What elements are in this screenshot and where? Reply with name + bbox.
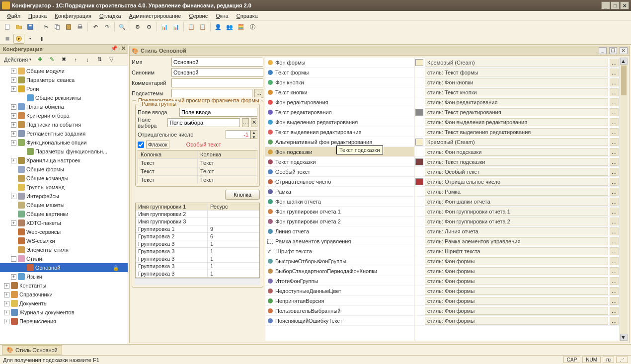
pause-icon[interactable]: ⏸ [36, 34, 47, 44]
style-value-row[interactable]: стиль: Фон подсказки… [414, 147, 620, 157]
pin-icon[interactable]: 📌 [111, 45, 118, 52]
style-element[interactable]: БыстрыеОтборыФонГруппы [265, 256, 414, 266]
menu-Файл[interactable]: Файл [3, 12, 24, 20]
open-file-icon[interactable] [13, 22, 24, 32]
tree-item[interactable]: Общие команды [0, 174, 128, 183]
menu-Сервис[interactable]: Сервис [185, 12, 212, 20]
style-value-row[interactable]: стиль: Фон формы… [414, 256, 620, 266]
style-element[interactable]: Фон формы [265, 58, 414, 68]
tree-item[interactable]: +XDTO-пакеты [0, 218, 128, 227]
style-element[interactable]: Текст подсказки [265, 157, 414, 167]
tree-item[interactable]: +Константы [0, 281, 128, 290]
synonym-input[interactable] [171, 68, 263, 77]
resize-grip[interactable]: ⋰ [616, 357, 628, 363]
style-element[interactable]: Фон группировки отчета 1 [265, 207, 414, 217]
play-icon[interactable] [13, 34, 24, 44]
new-file-icon[interactable] [2, 22, 13, 32]
save-icon[interactable] [25, 22, 36, 32]
tree-item[interactable]: +Документы [0, 299, 128, 308]
neg-spinner[interactable]: ▲▼ [226, 130, 257, 139]
style-value-row[interactable]: стиль: Фон редактирования… [414, 97, 620, 107]
style-elements-list[interactable]: Фон формыТекст формыФон кнопкиТекст кноп… [265, 58, 414, 341]
style-element[interactable]: TШрифт текста [265, 246, 414, 256]
select-dots[interactable]: … [242, 118, 248, 127]
copy-config-icon[interactable]: 📋 [186, 22, 197, 32]
style-value-row[interactable]: стиль: Фон формы… [414, 306, 620, 316]
style-element[interactable]: Фон группировки отчета 2 [265, 217, 414, 226]
menu-Конфигурация[interactable]: Конфигурация [51, 12, 95, 20]
copy-icon[interactable] [52, 22, 63, 32]
style-value-row[interactable]: стиль: Фон формы… [414, 316, 620, 326]
style-value-row[interactable]: стиль: Фон формы… [414, 286, 620, 296]
users-icon[interactable]: 👥 [224, 22, 235, 32]
calc-icon[interactable]: 🧮 [236, 22, 246, 32]
close-button[interactable]: ✕ [620, 1, 629, 9]
style-element[interactable]: Текст выделения редактирования [265, 127, 414, 137]
add-icon[interactable]: ✚ [34, 55, 45, 65]
menu-Правка[interactable]: Правка [24, 12, 51, 20]
style-element[interactable]: Фон выделения редактирования [265, 117, 414, 127]
stop-icon[interactable] [2, 34, 13, 44]
actions-menu[interactable]: Действия [2, 56, 33, 64]
menu-Администрирование[interactable]: Администрирование [125, 12, 185, 20]
tree-item[interactable]: +Регламентные задания [0, 129, 128, 138]
style-element[interactable]: ПоясняющийОшибкуТекст [265, 316, 414, 326]
style-element[interactable]: Линия отчета [265, 226, 414, 236]
style-value-row[interactable]: стиль: Линия отчета… [414, 226, 620, 236]
neg-input[interactable] [226, 130, 250, 139]
edit-icon[interactable]: ✎ [46, 55, 57, 65]
tree-item[interactable]: +Журналы документов [0, 308, 128, 317]
style-element[interactable]: ИтогиФонГруппы [265, 276, 414, 286]
menu-Справка[interactable]: Справка [233, 12, 262, 20]
cut-icon[interactable]: ✂ [40, 22, 51, 32]
user-icon[interactable]: 👤 [213, 22, 224, 32]
find-icon[interactable]: 🔍 [117, 22, 128, 32]
tree-item[interactable]: Общие формы [0, 165, 128, 174]
tree-item[interactable]: +Планы обмена [0, 102, 128, 111]
h-scrollbar[interactable] [135, 278, 260, 285]
sort-icon[interactable]: ⇅ [94, 55, 105, 65]
up-icon[interactable]: ↑ [70, 55, 81, 65]
name-input[interactable] [171, 58, 263, 67]
config-tree[interactable]: +Общие модули+Параметры сеанса+РолиОбщие… [0, 66, 128, 344]
compare-icon[interactable]: 📋 [197, 22, 208, 32]
down-icon[interactable]: ↓ [82, 55, 93, 65]
undo-icon[interactable]: ↶ [90, 22, 101, 32]
preview-button[interactable]: Кнопка [225, 190, 260, 200]
tree-item[interactable]: +Параметры сеанса [0, 75, 128, 84]
paste-icon[interactable] [63, 22, 74, 32]
style-value-row[interactable]: стиль: Фон группировки отчета 1… [414, 207, 620, 217]
style-value-row[interactable]: стиль: Фон формы… [414, 266, 620, 276]
style-element[interactable]: Текст редактирования [265, 107, 414, 117]
menu-Отладка[interactable]: Отладка [95, 12, 125, 20]
tree-item[interactable]: +Справочники [0, 290, 128, 299]
v-scrollbar[interactable]: ▲▼ [620, 58, 628, 341]
tree-item[interactable]: Группы команд [0, 183, 128, 192]
comment-input[interactable] [171, 78, 263, 87]
style-value-row[interactable]: стиль: Отрицательное число… [414, 177, 620, 187]
style-value-row[interactable]: стиль: Текст выделения редактирования… [414, 127, 620, 137]
help-icon[interactable]: ⓘ [247, 22, 258, 32]
style-values-list[interactable]: Кремовый (Cream)…стиль: Текст формы…стил… [414, 58, 620, 341]
style-value-row[interactable]: Кремовый (Cream)… [414, 137, 620, 147]
tree-item[interactable]: WS-ссылки [0, 236, 128, 245]
tree-item[interactable]: Общие макеты [0, 201, 128, 210]
tree-item[interactable]: Web-сервисы [0, 227, 128, 236]
groupings-table[interactable]: Имя группировки 1РесурсИмя группировки 2… [135, 203, 260, 278]
tree-item[interactable]: +Критерии отбора [0, 111, 128, 120]
tree-item[interactable]: Параметры функциональн... [0, 147, 128, 156]
tree-item[interactable]: +Хранилища настроек [0, 156, 128, 165]
tree-item[interactable]: +Перечисления [0, 317, 128, 326]
tree-item[interactable]: +Роли [0, 84, 128, 93]
style-value-row[interactable]: стиль: Рамка… [414, 187, 620, 197]
child-maximize[interactable]: ❐ [609, 47, 617, 54]
style-value-row[interactable]: стиль: Фон выделения редактирования… [414, 117, 620, 127]
style-element[interactable]: Фон кнопки [265, 77, 414, 87]
style-value-row[interactable]: стиль: Шрифт текста… [414, 246, 620, 256]
tree-item[interactable]: +Подписки на события [0, 120, 128, 129]
tree-item[interactable]: Общие реквизиты [0, 93, 128, 102]
delete-icon[interactable]: ✖ [58, 55, 69, 65]
db-icon[interactable]: 📊 [159, 22, 170, 32]
style-value-row[interactable]: Кремовый (Cream)… [414, 58, 620, 68]
style-element[interactable]: НедоступныеДанныеЦвет [265, 286, 414, 296]
